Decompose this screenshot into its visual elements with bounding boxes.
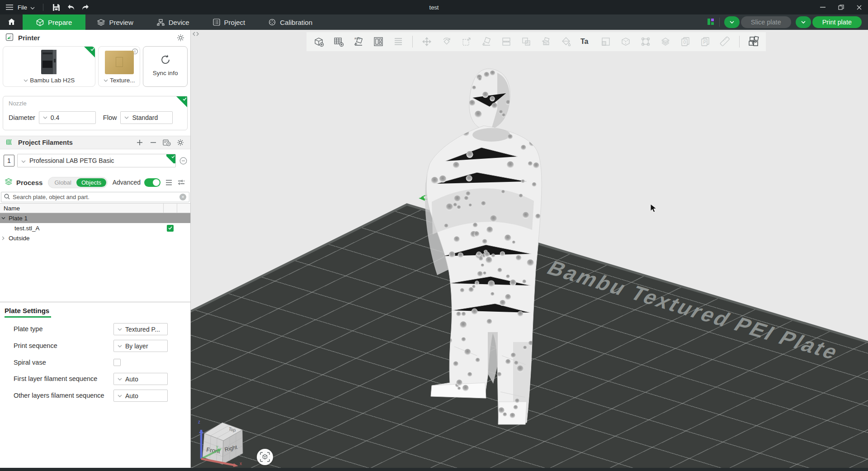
tab-calibration[interactable]: Calibration [257,14,324,30]
fit-view-button[interactable] [257,449,273,465]
synced-badge [176,96,187,107]
save-button[interactable] [52,2,61,12]
auto-orient-icon[interactable]: AUTO [353,36,364,48]
plate-settings-panel: Plate Settings Plate type Textured P... … [0,302,190,468]
prepare-icon [36,19,44,26]
add-plate-icon[interactable] [333,36,344,48]
navigation-cube[interactable]: Top Front Right z y x [194,418,249,468]
split-to-objects-icon[interactable] [500,36,512,48]
layer-stack-icon[interactable] [660,36,671,48]
sidebar: Printer Bambu Lab H2S [0,30,191,468]
plate-name[interactable]: Texture... [104,77,135,84]
home-button[interactable] [0,14,23,30]
add-object-icon[interactable] [313,36,325,48]
nozzle-diameter-select[interactable]: 0.4 [39,111,96,124]
viewport-3d[interactable]: Bambu Textured PEI Plate AUTO [191,30,868,468]
printer-icon [5,33,14,43]
text-tool-icon[interactable]: Ta [580,36,592,48]
object-list-header: Name [0,203,190,213]
first-layer-sequence-row: First layer filament sequence Auto [0,373,190,385]
filament-select[interactable]: Professional LAB PETG Basic [17,154,176,167]
tab-preview[interactable]: Preview [85,14,145,30]
fit-view-icon [260,452,270,462]
tune-parameters-icon[interactable] [177,178,186,187]
filament-settings-gear-icon[interactable] [176,138,185,147]
redo-button[interactable] [80,2,90,12]
mesh-boolean-icon[interactable] [620,36,632,48]
x-axis-label: x [240,461,242,466]
nozzle-flow-select[interactable]: Standard [120,111,173,124]
seam-painting-icon[interactable] [640,36,651,48]
support-painting-icon[interactable] [540,36,552,48]
doc-zero-icon[interactable]: 0 [679,36,691,48]
print-options-chevron[interactable] [796,16,811,28]
plate-card[interactable]: Texture... [98,46,140,87]
variable-layer-height-icon[interactable] [600,36,612,48]
tab-device[interactable]: Device [145,14,201,30]
model-visible-checkbox[interactable] [167,225,174,232]
scope-objects[interactable]: Objects [76,178,106,187]
nozzle-panel: Nozzle Diameter 0.4 Flow Standard [3,96,188,130]
clear-search-icon[interactable]: × [179,194,186,200]
sync-filament-list-icon[interactable] [162,138,171,147]
measure-icon[interactable] [719,36,731,48]
scope-global[interactable]: Global [49,178,76,187]
other-layers-sequence-select[interactable]: Auto [113,390,168,402]
printer-card[interactable]: Bambu Lab H2S [3,46,95,87]
printer-section-header: Printer [0,30,190,45]
lay-on-face-icon[interactable] [481,36,492,48]
move-icon[interactable] [421,36,433,48]
color-painting-icon[interactable] [560,36,572,48]
printer-name[interactable]: Bambu Lab H2S [24,77,75,84]
search-input[interactable] [13,194,177,200]
tree-row-model[interactable]: test.stl_A [0,223,190,233]
tab-project[interactable]: Project [201,14,257,30]
advanced-label: Advanced [113,179,141,186]
slice-options-chevron[interactable] [724,16,740,28]
split-to-parts-icon[interactable] [520,36,532,48]
y-axis-label: y [216,444,218,449]
tab-prepare[interactable]: Prepare [23,14,85,30]
model-figure[interactable] [405,66,558,435]
add-filament-button[interactable] [135,138,144,147]
plate-type-select[interactable]: Textured P... [113,323,168,335]
remove-filament-button[interactable] [149,138,158,147]
close-button[interactable] [850,0,868,14]
tree-row-plate[interactable]: Plate 1 [0,213,190,223]
project-icon [213,19,220,26]
advanced-toggle[interactable] [144,178,160,187]
window-title: test [0,4,868,11]
sidebar-collapse-icon[interactable] [192,31,200,38]
printer-settings-gear-icon[interactable] [176,33,185,42]
spiral-vase-checkbox[interactable] [113,359,121,366]
model-row-label: test.stl_A [14,225,40,232]
slice-plate-button[interactable]: Slice plate [741,16,791,28]
chevron-down-icon[interactable] [0,217,6,219]
split-layers-icon[interactable] [392,36,404,48]
svg-text:AUTO: AUTO [354,38,360,40]
tree-row-outside[interactable]: Outside [0,233,190,243]
rotate-icon[interactable] [441,36,453,48]
chevron-right-icon[interactable] [0,236,6,240]
parameter-list-icon[interactable] [164,178,173,187]
arrange-icon[interactable] [373,36,384,48]
layout-panels-icon[interactable] [707,18,715,27]
object-list-empty-area [0,243,190,302]
print-sequence-select[interactable]: By layer [113,340,168,352]
filament-minus-circle-icon[interactable] [179,156,188,165]
restore-button[interactable] [832,0,850,14]
sync-info-button[interactable]: Sync info [143,46,188,87]
first-layer-sequence-select[interactable]: Auto [113,373,168,385]
assembly-view-icon[interactable] [748,36,760,48]
flow-label: Flow [103,114,117,121]
synced-badge [166,154,175,163]
file-menu[interactable]: File [5,2,35,12]
print-plate-button[interactable]: Print plate [812,16,862,28]
printer-image [35,49,64,75]
minimize-button[interactable] [814,0,832,14]
preview-icon [97,19,105,26]
doc-p-icon[interactable]: P [699,36,711,48]
scale-icon[interactable] [461,36,472,48]
process-scope-toggle[interactable]: Global Objects [48,177,108,188]
undo-button[interactable] [66,2,76,12]
